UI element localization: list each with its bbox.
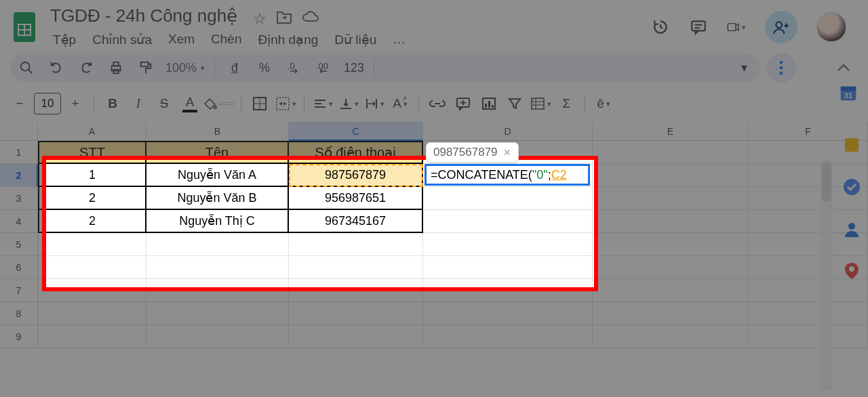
- bold-button[interactable]: B: [101, 92, 124, 115]
- account-avatar[interactable]: [816, 12, 846, 42]
- filter-views-button[interactable]: [529, 92, 552, 115]
- move-folder-icon[interactable]: [276, 10, 292, 28]
- decrease-font-size-button[interactable]: −: [8, 92, 31, 115]
- filter-button[interactable]: [503, 92, 526, 115]
- cell-A2[interactable]: 1: [38, 164, 146, 187]
- cell-C4[interactable]: 967345167: [289, 210, 423, 233]
- cell-D3[interactable]: [423, 187, 593, 210]
- insert-comment-button[interactable]: [452, 92, 475, 115]
- horizontal-align-button[interactable]: [311, 92, 334, 115]
- menu-more[interactable]: …: [386, 29, 412, 50]
- undo-icon[interactable]: [46, 58, 66, 78]
- row-header-9[interactable]: 9: [0, 325, 38, 348]
- history-icon[interactable]: [651, 18, 670, 37]
- tasks-sidebar-icon[interactable]: [842, 177, 861, 196]
- svg-point-48: [849, 266, 854, 272]
- font-size-input[interactable]: 10: [34, 93, 61, 114]
- row-header-7[interactable]: 7: [0, 279, 38, 302]
- cell-A1[interactable]: STT: [38, 141, 146, 164]
- fill-color-button[interactable]: [204, 92, 234, 115]
- input-tools-button[interactable]: ê: [592, 92, 615, 115]
- currency-button[interactable]: đ: [224, 58, 245, 78]
- text-color-button[interactable]: A: [178, 92, 201, 115]
- print-icon[interactable]: [106, 58, 126, 78]
- active-cell-D2[interactable]: =CONCATENATE("0";C2: [425, 164, 590, 186]
- cell-E4[interactable]: [593, 210, 749, 233]
- cell-D4[interactable]: [423, 210, 593, 233]
- row-header-6[interactable]: 6: [0, 256, 38, 279]
- vertical-scrollbar[interactable]: [821, 160, 833, 390]
- paint-format-icon[interactable]: [136, 58, 156, 78]
- col-header-A[interactable]: A: [38, 122, 146, 141]
- col-header-D[interactable]: D: [423, 122, 593, 141]
- number-format-button[interactable]: 123: [344, 58, 364, 78]
- vertical-align-button[interactable]: [337, 92, 360, 115]
- menu-data[interactable]: Dữ liệu: [328, 29, 383, 50]
- borders-button[interactable]: [248, 92, 271, 115]
- functions-button[interactable]: Σ: [555, 92, 578, 115]
- redo-icon[interactable]: [76, 58, 96, 78]
- insert-chart-button[interactable]: [477, 92, 500, 115]
- cell-E1[interactable]: [593, 141, 749, 164]
- more-options-button[interactable]: [766, 53, 796, 83]
- cell-E3[interactable]: [593, 187, 749, 210]
- svg-rect-21: [841, 87, 856, 91]
- svg-point-17: [780, 61, 783, 64]
- collapse-toolbar-icon[interactable]: [830, 64, 857, 72]
- row-header-3[interactable]: 3: [0, 187, 38, 210]
- merge-cells-button[interactable]: [274, 92, 297, 115]
- italic-button[interactable]: I: [127, 92, 150, 115]
- sheets-logo[interactable]: [11, 9, 38, 45]
- tooltip-value: 0987567879: [433, 146, 498, 159]
- cell-C2[interactable]: 987567879: [289, 164, 423, 187]
- cell-B1[interactable]: Tên: [146, 141, 289, 164]
- cell-B4[interactable]: Nguyễn Thị C: [146, 210, 289, 233]
- doc-title[interactable]: TGDĐ - 24h Công nghệ: [46, 4, 241, 28]
- col-header-C[interactable]: C: [289, 122, 423, 141]
- search-icon[interactable]: [16, 58, 37, 78]
- keep-sidebar-icon[interactable]: [842, 135, 861, 154]
- meet-icon[interactable]: [727, 18, 746, 37]
- percent-button[interactable]: %: [254, 58, 275, 78]
- menu-format[interactable]: Định dạng: [251, 29, 325, 50]
- share-button[interactable]: [765, 11, 797, 43]
- cloud-status-icon[interactable]: [302, 10, 319, 28]
- svg-rect-14: [141, 62, 149, 66]
- row-header-8[interactable]: 8: [0, 302, 38, 325]
- comments-icon[interactable]: [689, 18, 708, 37]
- text-wrap-button[interactable]: [363, 92, 386, 115]
- col-header-B[interactable]: B: [146, 122, 289, 141]
- cell-E2[interactable]: [593, 164, 749, 187]
- star-icon[interactable]: ☆: [253, 10, 267, 28]
- formula-equals: =: [431, 168, 438, 182]
- cell-C3[interactable]: 956987651: [289, 187, 423, 210]
- maps-sidebar-icon[interactable]: [842, 262, 861, 280]
- cell-A3[interactable]: 2: [38, 187, 146, 210]
- tooltip-close-icon[interactable]: ✕: [503, 147, 511, 158]
- row-header-1[interactable]: 1: [0, 141, 38, 164]
- increase-font-size-button[interactable]: +: [64, 92, 87, 115]
- increase-decimal-button[interactable]: .00: [314, 58, 334, 78]
- zoom-selector[interactable]: 100%▾: [165, 58, 205, 78]
- menu-file[interactable]: Tệp: [46, 29, 83, 50]
- strikethrough-button[interactable]: S: [153, 92, 176, 115]
- toolbar-dropdown-icon[interactable]: ▾: [734, 58, 754, 78]
- cell-C1[interactable]: Số điện thoại: [289, 141, 423, 164]
- cell-B2[interactable]: Nguyễn Văn A: [146, 164, 289, 187]
- menu-view[interactable]: Xem: [161, 29, 201, 50]
- row-header-5[interactable]: 5: [0, 233, 38, 256]
- row-header-2[interactable]: 2: [0, 164, 38, 187]
- menu-edit[interactable]: Chỉnh sửa: [85, 29, 159, 50]
- select-all-corner[interactable]: [0, 122, 38, 141]
- cell-A4[interactable]: 2: [38, 210, 146, 233]
- contacts-sidebar-icon[interactable]: [842, 220, 861, 238]
- col-header-E[interactable]: E: [593, 122, 749, 141]
- decrease-decimal-button[interactable]: .0: [284, 58, 304, 78]
- row-header-4[interactable]: 4: [0, 210, 38, 233]
- insert-link-button[interactable]: [426, 92, 449, 115]
- zoom-value: 100%: [165, 61, 197, 75]
- calendar-sidebar-icon[interactable]: 31: [838, 83, 863, 107]
- menu-insert[interactable]: Chèn: [204, 29, 248, 50]
- cell-B3[interactable]: Nguyễn Văn B: [146, 187, 289, 210]
- text-rotation-button[interactable]: A↗: [389, 92, 412, 115]
